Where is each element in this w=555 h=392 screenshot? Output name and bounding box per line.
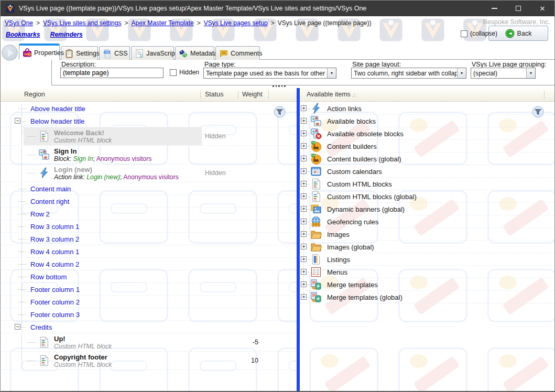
expand-box-icon[interactable]: + xyxy=(301,231,307,237)
available-item-label[interactable]: Images xyxy=(327,230,350,238)
back-button[interactable]: Back xyxy=(488,26,548,41)
region-label[interactable]: Content main xyxy=(30,184,71,192)
region-row[interactable]: Above header title xyxy=(1,102,297,115)
column-available-items[interactable]: Available items xyxy=(307,91,351,98)
region-row[interactable]: Row 3 column 2 xyxy=(1,233,297,245)
region-label[interactable]: Above header title xyxy=(30,104,85,112)
region-label[interactable]: Row 4 column 2 xyxy=(30,260,79,268)
available-item-row[interactable]: +Available blocks xyxy=(300,115,555,127)
available-item-label[interactable]: Custom HTML blocks xyxy=(327,180,392,188)
expand-box-icon[interactable]: + xyxy=(301,105,307,111)
region-row[interactable]: Content main xyxy=(1,182,297,195)
region-label[interactable]: Footer column 2 xyxy=(30,298,80,306)
region-row[interactable]: −Below header title xyxy=(1,115,297,127)
expand-box-icon[interactable]: + xyxy=(301,206,307,212)
nav-expand-button[interactable] xyxy=(2,45,18,61)
breadcrumb-item[interactable]: VSys Live sites and settings xyxy=(43,19,121,27)
region-row[interactable]: Content right xyxy=(1,195,297,208)
available-item-row[interactable]: +Images (global) xyxy=(300,241,555,253)
region-row[interactable]: Row 3 column 1 xyxy=(1,220,297,233)
available-item-row[interactable]: +Action links xyxy=(300,102,555,115)
hidden-checkbox[interactable] xyxy=(170,69,177,76)
expand-box-icon[interactable]: + xyxy=(301,118,307,124)
available-item-label[interactable]: Listings xyxy=(327,255,350,263)
available-item-label[interactable]: Available blocks xyxy=(327,117,376,125)
available-item-row[interactable]: +HTMLContent builders (global) xyxy=(300,153,555,165)
filter-funnel-button[interactable] xyxy=(274,106,286,118)
bookmarks-link[interactable]: Bookmarks xyxy=(6,31,40,38)
column-status[interactable]: Status xyxy=(205,91,223,98)
collapse-box-icon[interactable]: − xyxy=(15,118,20,124)
expand-box-icon[interactable]: + xyxy=(301,130,307,136)
region-label[interactable]: Row 4 column 1 xyxy=(30,247,79,255)
available-item-label[interactable]: Merge templates xyxy=(327,280,378,288)
panel-splitter[interactable] xyxy=(297,88,300,391)
region-row[interactable]: Footer column 3 xyxy=(1,308,297,321)
expand-box-icon[interactable]: + xyxy=(301,256,307,262)
site-layout-select[interactable]: Two column, right sidebar with collapse … xyxy=(351,68,466,79)
expand-box-icon[interactable]: + xyxy=(301,219,307,224)
column-region[interactable]: Region xyxy=(24,91,45,98)
available-item-label[interactable]: Menus xyxy=(327,268,347,276)
region-label[interactable]: Footer column 3 xyxy=(30,310,80,318)
block-row[interactable]: Welcome Back!Custom HTML blockHidden xyxy=(1,127,297,146)
expand-box-icon[interactable]: + xyxy=(301,156,307,161)
available-item-label[interactable]: Merge templates (global) xyxy=(327,293,402,301)
block-row[interactable]: Sign InBlock: Sign In; Anonymous visitor… xyxy=(1,146,297,164)
region-row[interactable]: Row 4 column 1 xyxy=(1,245,297,258)
expand-box-icon[interactable]: + xyxy=(301,294,307,300)
available-item-label[interactable]: Images (global) xyxy=(327,243,374,251)
region-label[interactable]: Row bottom xyxy=(30,273,67,280)
region-row[interactable]: −Credits xyxy=(1,321,297,333)
breadcrumb-item[interactable]: VSys Live pages setup xyxy=(204,19,268,27)
breadcrumb-item[interactable]: VSys One xyxy=(5,19,33,27)
expand-box-icon[interactable]: + xyxy=(301,143,307,149)
collapse-box-icon[interactable]: − xyxy=(15,324,20,330)
available-item-row[interactable]: +Merge templates (global) xyxy=(300,291,555,303)
tab-settings[interactable]: Settings xyxy=(61,46,98,60)
region-label[interactable]: Row 3 column 2 xyxy=(30,235,79,243)
description-input[interactable] xyxy=(60,68,164,78)
available-item-label[interactable]: Content builders xyxy=(327,142,377,150)
available-item-label[interactable]: Custom calendars xyxy=(327,167,382,175)
available-item-label[interactable]: Geofencing rules xyxy=(327,217,378,225)
available-item-row[interactable]: +Custom HTML blocks xyxy=(300,178,555,190)
tab-css[interactable]: CSS{..}CSS xyxy=(99,46,130,60)
tab-comments[interactable]: Comments xyxy=(215,46,260,60)
splitter-grip[interactable] xyxy=(273,85,286,87)
close-button[interactable]: ✕ xyxy=(530,1,554,16)
available-item-row[interactable]: +Available obsolete blocks xyxy=(300,127,555,140)
tab-javascript[interactable]: JavaScript xyxy=(131,46,174,60)
available-item-label[interactable]: Content builders (global) xyxy=(327,155,401,162)
column-weight[interactable]: Weight xyxy=(242,91,263,98)
available-item-row[interactable]: +Geofencing rules xyxy=(300,215,555,228)
expand-box-icon[interactable]: + xyxy=(301,181,307,187)
expand-box-icon[interactable]: + xyxy=(301,244,307,249)
page-type-select[interactable]: Template page used as the basis for othe… xyxy=(203,68,336,79)
available-item-row[interactable]: +Dynamic banners (global) xyxy=(300,203,555,215)
expand-box-icon[interactable]: + xyxy=(301,269,307,275)
region-row[interactable]: Row 2 xyxy=(1,208,297,220)
maximize-button[interactable] xyxy=(506,1,530,16)
breadcrumb-item[interactable]: Apex Master Template xyxy=(131,19,193,27)
available-item-row[interactable]: +Listings xyxy=(300,253,555,266)
grouping-select[interactable]: (special) ▼ xyxy=(471,68,536,79)
region-label[interactable]: Row 2 xyxy=(30,210,50,217)
block-row[interactable]: Up!Custom HTML block-5 xyxy=(1,333,297,352)
available-item-row[interactable]: +Merge templates xyxy=(300,278,555,291)
region-label[interactable]: Footer column 1 xyxy=(30,285,80,293)
expand-box-icon[interactable]: + xyxy=(301,168,307,174)
available-item-row[interactable]: +Images xyxy=(300,228,555,241)
tab-properties[interactable]: Properties xyxy=(19,43,60,60)
minimize-button[interactable] xyxy=(482,1,506,16)
available-item-row[interactable]: +Menus xyxy=(300,266,555,278)
region-label[interactable]: Content right xyxy=(30,197,69,205)
block-row[interactable]: Login (new)Action link: Login (new); Ano… xyxy=(1,164,297,182)
filter-funnel-button[interactable] xyxy=(532,106,544,118)
available-item-label[interactable]: Available obsolete blocks xyxy=(327,129,404,137)
region-row[interactable]: Footer column 1 xyxy=(1,283,297,296)
region-label[interactable]: Row 3 column 1 xyxy=(30,222,79,230)
available-item-row[interactable]: +HTMLContent builders xyxy=(300,140,555,153)
region-row[interactable]: Footer column 2 xyxy=(1,296,297,308)
expand-box-icon[interactable]: + xyxy=(301,281,307,287)
